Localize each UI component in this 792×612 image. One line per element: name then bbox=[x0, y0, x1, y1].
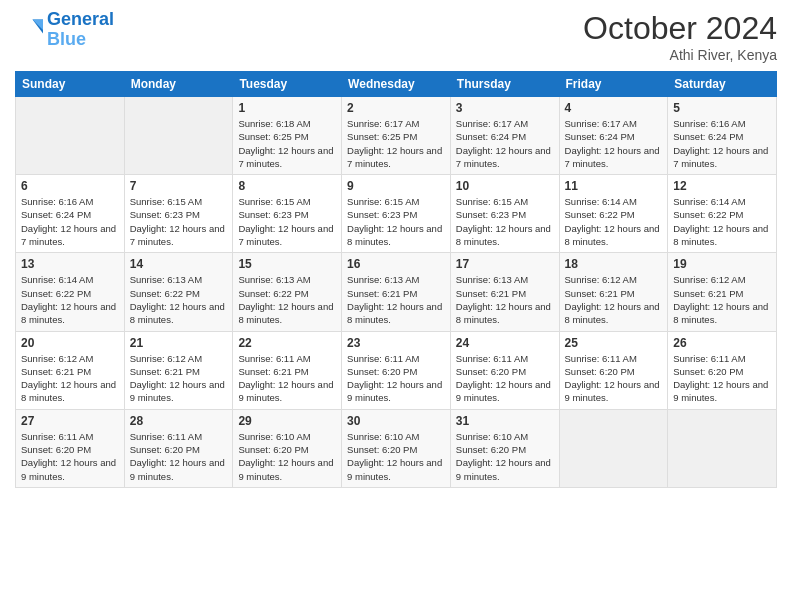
day-number: 13 bbox=[21, 257, 119, 271]
day-number: 12 bbox=[673, 179, 771, 193]
calendar-week: 1Sunrise: 6:18 AM Sunset: 6:25 PM Daylig… bbox=[16, 97, 777, 175]
header-row: SundayMondayTuesdayWednesdayThursdayFrid… bbox=[16, 72, 777, 97]
day-number: 23 bbox=[347, 336, 445, 350]
calendar-cell: 27Sunrise: 6:11 AM Sunset: 6:20 PM Dayli… bbox=[16, 409, 125, 487]
calendar-cell: 3Sunrise: 6:17 AM Sunset: 6:24 PM Daylig… bbox=[450, 97, 559, 175]
day-info: Sunrise: 6:14 AM Sunset: 6:22 PM Dayligh… bbox=[21, 273, 119, 326]
day-number: 17 bbox=[456, 257, 554, 271]
day-info: Sunrise: 6:16 AM Sunset: 6:24 PM Dayligh… bbox=[673, 117, 771, 170]
day-info: Sunrise: 6:17 AM Sunset: 6:24 PM Dayligh… bbox=[456, 117, 554, 170]
day-number: 27 bbox=[21, 414, 119, 428]
header-day: Saturday bbox=[668, 72, 777, 97]
day-number: 30 bbox=[347, 414, 445, 428]
day-info: Sunrise: 6:17 AM Sunset: 6:25 PM Dayligh… bbox=[347, 117, 445, 170]
calendar-cell: 4Sunrise: 6:17 AM Sunset: 6:24 PM Daylig… bbox=[559, 97, 668, 175]
header-day: Wednesday bbox=[342, 72, 451, 97]
calendar-cell: 14Sunrise: 6:13 AM Sunset: 6:22 PM Dayli… bbox=[124, 253, 233, 331]
calendar-cell: 8Sunrise: 6:15 AM Sunset: 6:23 PM Daylig… bbox=[233, 175, 342, 253]
calendar-cell: 21Sunrise: 6:12 AM Sunset: 6:21 PM Dayli… bbox=[124, 331, 233, 409]
calendar-cell: 20Sunrise: 6:12 AM Sunset: 6:21 PM Dayli… bbox=[16, 331, 125, 409]
calendar-week: 27Sunrise: 6:11 AM Sunset: 6:20 PM Dayli… bbox=[16, 409, 777, 487]
day-info: Sunrise: 6:16 AM Sunset: 6:24 PM Dayligh… bbox=[21, 195, 119, 248]
day-info: Sunrise: 6:13 AM Sunset: 6:21 PM Dayligh… bbox=[347, 273, 445, 326]
day-info: Sunrise: 6:11 AM Sunset: 6:20 PM Dayligh… bbox=[130, 430, 228, 483]
logo-text: General Blue bbox=[47, 10, 114, 50]
calendar-week: 13Sunrise: 6:14 AM Sunset: 6:22 PM Dayli… bbox=[16, 253, 777, 331]
page: General Blue October 2024 Athi River, Ke… bbox=[0, 0, 792, 612]
calendar-cell: 1Sunrise: 6:18 AM Sunset: 6:25 PM Daylig… bbox=[233, 97, 342, 175]
calendar-cell: 6Sunrise: 6:16 AM Sunset: 6:24 PM Daylig… bbox=[16, 175, 125, 253]
day-info: Sunrise: 6:14 AM Sunset: 6:22 PM Dayligh… bbox=[565, 195, 663, 248]
logo: General Blue bbox=[15, 10, 114, 50]
day-number: 18 bbox=[565, 257, 663, 271]
day-info: Sunrise: 6:12 AM Sunset: 6:21 PM Dayligh… bbox=[673, 273, 771, 326]
day-number: 25 bbox=[565, 336, 663, 350]
day-info: Sunrise: 6:11 AM Sunset: 6:20 PM Dayligh… bbox=[673, 352, 771, 405]
calendar-cell: 5Sunrise: 6:16 AM Sunset: 6:24 PM Daylig… bbox=[668, 97, 777, 175]
calendar-cell: 18Sunrise: 6:12 AM Sunset: 6:21 PM Dayli… bbox=[559, 253, 668, 331]
day-number: 2 bbox=[347, 101, 445, 115]
day-info: Sunrise: 6:11 AM Sunset: 6:20 PM Dayligh… bbox=[347, 352, 445, 405]
header: General Blue October 2024 Athi River, Ke… bbox=[15, 10, 777, 63]
calendar-cell: 16Sunrise: 6:13 AM Sunset: 6:21 PM Dayli… bbox=[342, 253, 451, 331]
header-day: Friday bbox=[559, 72, 668, 97]
header-day: Monday bbox=[124, 72, 233, 97]
day-info: Sunrise: 6:15 AM Sunset: 6:23 PM Dayligh… bbox=[130, 195, 228, 248]
calendar-cell bbox=[559, 409, 668, 487]
location-subtitle: Athi River, Kenya bbox=[583, 47, 777, 63]
day-info: Sunrise: 6:14 AM Sunset: 6:22 PM Dayligh… bbox=[673, 195, 771, 248]
day-number: 11 bbox=[565, 179, 663, 193]
day-info: Sunrise: 6:15 AM Sunset: 6:23 PM Dayligh… bbox=[347, 195, 445, 248]
title-block: October 2024 Athi River, Kenya bbox=[583, 10, 777, 63]
header-day: Thursday bbox=[450, 72, 559, 97]
day-number: 28 bbox=[130, 414, 228, 428]
day-number: 6 bbox=[21, 179, 119, 193]
day-info: Sunrise: 6:17 AM Sunset: 6:24 PM Dayligh… bbox=[565, 117, 663, 170]
day-info: Sunrise: 6:12 AM Sunset: 6:21 PM Dayligh… bbox=[565, 273, 663, 326]
calendar-cell: 28Sunrise: 6:11 AM Sunset: 6:20 PM Dayli… bbox=[124, 409, 233, 487]
day-number: 8 bbox=[238, 179, 336, 193]
calendar-cell: 19Sunrise: 6:12 AM Sunset: 6:21 PM Dayli… bbox=[668, 253, 777, 331]
calendar-cell: 31Sunrise: 6:10 AM Sunset: 6:20 PM Dayli… bbox=[450, 409, 559, 487]
calendar-cell: 15Sunrise: 6:13 AM Sunset: 6:22 PM Dayli… bbox=[233, 253, 342, 331]
day-info: Sunrise: 6:11 AM Sunset: 6:21 PM Dayligh… bbox=[238, 352, 336, 405]
calendar-cell: 22Sunrise: 6:11 AM Sunset: 6:21 PM Dayli… bbox=[233, 331, 342, 409]
day-info: Sunrise: 6:11 AM Sunset: 6:20 PM Dayligh… bbox=[21, 430, 119, 483]
day-number: 22 bbox=[238, 336, 336, 350]
day-number: 29 bbox=[238, 414, 336, 428]
day-info: Sunrise: 6:13 AM Sunset: 6:21 PM Dayligh… bbox=[456, 273, 554, 326]
calendar-cell: 26Sunrise: 6:11 AM Sunset: 6:20 PM Dayli… bbox=[668, 331, 777, 409]
calendar-cell: 9Sunrise: 6:15 AM Sunset: 6:23 PM Daylig… bbox=[342, 175, 451, 253]
day-info: Sunrise: 6:11 AM Sunset: 6:20 PM Dayligh… bbox=[565, 352, 663, 405]
month-title: October 2024 bbox=[583, 10, 777, 47]
day-number: 19 bbox=[673, 257, 771, 271]
calendar-table: SundayMondayTuesdayWednesdayThursdayFrid… bbox=[15, 71, 777, 488]
calendar-cell: 25Sunrise: 6:11 AM Sunset: 6:20 PM Dayli… bbox=[559, 331, 668, 409]
day-number: 4 bbox=[565, 101, 663, 115]
day-info: Sunrise: 6:15 AM Sunset: 6:23 PM Dayligh… bbox=[238, 195, 336, 248]
day-info: Sunrise: 6:12 AM Sunset: 6:21 PM Dayligh… bbox=[130, 352, 228, 405]
calendar-cell: 7Sunrise: 6:15 AM Sunset: 6:23 PM Daylig… bbox=[124, 175, 233, 253]
calendar-cell: 2Sunrise: 6:17 AM Sunset: 6:25 PM Daylig… bbox=[342, 97, 451, 175]
day-number: 26 bbox=[673, 336, 771, 350]
day-number: 31 bbox=[456, 414, 554, 428]
day-number: 10 bbox=[456, 179, 554, 193]
day-number: 9 bbox=[347, 179, 445, 193]
day-info: Sunrise: 6:10 AM Sunset: 6:20 PM Dayligh… bbox=[347, 430, 445, 483]
day-info: Sunrise: 6:12 AM Sunset: 6:21 PM Dayligh… bbox=[21, 352, 119, 405]
calendar-cell: 29Sunrise: 6:10 AM Sunset: 6:20 PM Dayli… bbox=[233, 409, 342, 487]
calendar-cell: 12Sunrise: 6:14 AM Sunset: 6:22 PM Dayli… bbox=[668, 175, 777, 253]
calendar-cell: 24Sunrise: 6:11 AM Sunset: 6:20 PM Dayli… bbox=[450, 331, 559, 409]
day-number: 15 bbox=[238, 257, 336, 271]
day-info: Sunrise: 6:10 AM Sunset: 6:20 PM Dayligh… bbox=[456, 430, 554, 483]
header-day: Sunday bbox=[16, 72, 125, 97]
day-number: 5 bbox=[673, 101, 771, 115]
day-number: 14 bbox=[130, 257, 228, 271]
calendar-week: 20Sunrise: 6:12 AM Sunset: 6:21 PM Dayli… bbox=[16, 331, 777, 409]
header-day: Tuesday bbox=[233, 72, 342, 97]
day-number: 16 bbox=[347, 257, 445, 271]
calendar-cell: 10Sunrise: 6:15 AM Sunset: 6:23 PM Dayli… bbox=[450, 175, 559, 253]
calendar-cell bbox=[124, 97, 233, 175]
day-info: Sunrise: 6:13 AM Sunset: 6:22 PM Dayligh… bbox=[238, 273, 336, 326]
day-number: 1 bbox=[238, 101, 336, 115]
